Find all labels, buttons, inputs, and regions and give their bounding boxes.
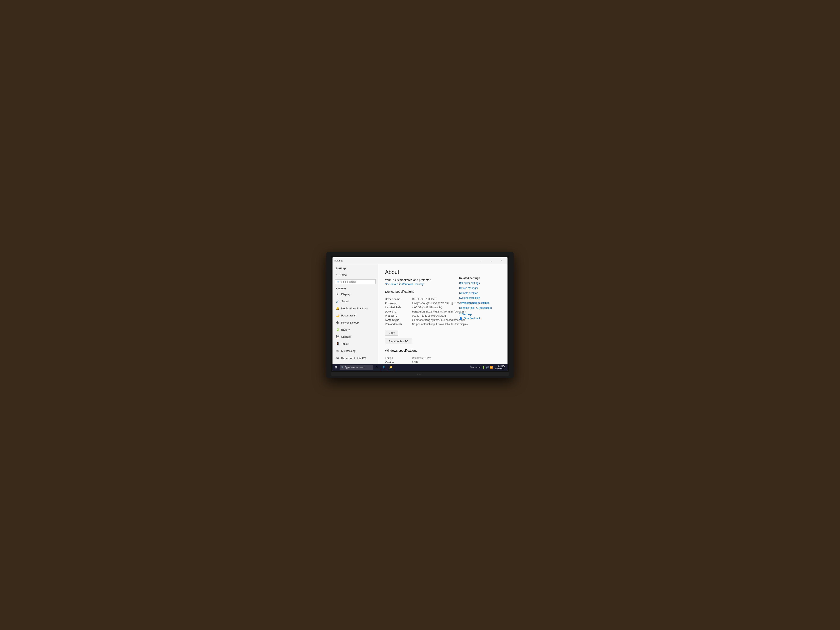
windows-icon: ⊞: [335, 366, 338, 369]
near-record-badge: Near record: [470, 366, 481, 368]
sidebar-item-battery[interactable]: 🔋 Battery: [333, 326, 378, 333]
related-settings-title: Related settings: [459, 276, 501, 279]
display-icon: 🖥: [336, 292, 339, 296]
sidebar-item-power[interactable]: ⏻ Power & sleep: [333, 319, 378, 326]
page-title: About: [385, 269, 501, 275]
search-icon: 🔍: [337, 281, 340, 283]
notifications-icon: 🔔: [336, 307, 339, 310]
sidebar-item-multitasking[interactable]: ⧉ Multitasking: [333, 347, 378, 355]
titlebar-controls: ─ □ ✕: [477, 258, 506, 264]
restore-button[interactable]: □: [487, 258, 496, 264]
related-settings-link[interactable]: BitLocker settings: [459, 281, 501, 285]
projecting-icon: 📽: [336, 357, 339, 360]
spec-label: Version: [385, 361, 412, 364]
main-content: About Your PC is monitored and protected…: [378, 264, 507, 364]
sidebar-item-shared[interactable]: ✖ Shared experiences: [333, 362, 378, 364]
taskbar-search-icon: 🔍: [341, 366, 344, 369]
spec-label: Pen and touch: [385, 323, 412, 325]
sidebar-item-notifications[interactable]: 🔔 Notifications & actions: [333, 305, 378, 312]
storage-icon: 💾: [336, 335, 339, 338]
taskbar-app-edge[interactable]: ◎: [381, 365, 387, 370]
sidebar-item-sound[interactable]: 🔊 Sound: [333, 298, 378, 305]
sidebar-section-label: System: [333, 286, 378, 291]
related-settings-panel: Related settings BitLocker settingsDevic…: [459, 276, 501, 321]
clock-date: 10/16/2023: [495, 367, 505, 370]
help-item-get-help[interactable]: ?Get help: [459, 313, 501, 316]
windows-specs-table: Edition Windows 10 Pro Version 22H2 Inst…: [385, 356, 501, 364]
sidebar-label-projecting: Projecting to this PC: [341, 357, 366, 360]
sidebar-item-tablet[interactable]: 📱 Tablet: [333, 340, 378, 347]
taskbar-app-explorer[interactable]: 📁: [387, 365, 394, 370]
sidebar-label-sound: Sound: [341, 300, 349, 303]
spec-label: Device ID: [385, 310, 412, 313]
spec-value: No pen or touch input is available for t…: [412, 323, 501, 325]
search-input[interactable]: [341, 280, 374, 283]
system-tray: Near record 🔋 🔊 📶 2:14 PM 10/16/2023: [470, 365, 507, 370]
edge-icon: ◎: [383, 366, 385, 369]
related-settings-link[interactable]: Rename this PC (advanced): [459, 306, 501, 310]
content-area: Settings ⌂ Home 🔍 System 🖥 Display 🔊 Sou…: [333, 264, 507, 364]
spec-row: Edition Windows 10 Pro: [385, 356, 501, 360]
titlebar: Settings ─ □ ✕: [333, 257, 507, 264]
power-icon: ⏻: [336, 321, 339, 324]
spec-label: Device name: [385, 298, 412, 301]
sidebar-app-title: Settings: [333, 265, 378, 272]
copy-button[interactable]: Copy: [385, 330, 398, 336]
battery-icon: 🔋: [336, 328, 339, 331]
start-button[interactable]: ⊞: [333, 365, 339, 370]
spec-label: Processor: [385, 302, 412, 305]
related-settings-link[interactable]: Advanced system settings: [459, 301, 501, 305]
sound-icon: 🔊: [336, 300, 339, 303]
sidebar-home-label: Home: [339, 273, 347, 276]
sidebar-item-focus[interactable]: 🌙 Focus assist: [333, 312, 378, 319]
volume-icon: 🔊: [486, 366, 489, 369]
spec-row: Version 22H2: [385, 360, 501, 364]
windows-section-heading: Windows specifications: [385, 349, 501, 353]
help-item-give-feedback[interactable]: 👤Give feedback: [459, 317, 501, 320]
home-icon: ⌂: [336, 273, 338, 276]
minimize-button[interactable]: ─: [477, 258, 487, 264]
sidebar-label-focus: Focus assist: [341, 314, 356, 317]
battery-icon: 🔋: [482, 366, 485, 369]
tablet-icon: 📱: [336, 342, 339, 346]
sidebar-label-multitasking: Multitasking: [341, 349, 355, 352]
taskbar: ⊞ 🔍 Type here to search ⚙ ◎ 📁: [333, 364, 507, 371]
sidebar-label-shared: Shared experiences: [341, 364, 365, 364]
sidebar-item-home[interactable]: ⌂ Home: [333, 272, 378, 278]
related-settings-link[interactable]: Remote desktop: [459, 291, 501, 295]
spec-label: System type: [385, 319, 412, 322]
sidebar-label-power: Power & sleep: [341, 321, 359, 324]
close-button[interactable]: ✕: [496, 258, 506, 264]
spec-value: 22H2: [412, 361, 501, 364]
spec-label: Edition: [385, 357, 412, 360]
window-title: Settings: [334, 259, 343, 262]
sidebar-label-notifications: Notifications & actions: [341, 307, 368, 310]
sidebar-item-projecting[interactable]: 📽 Projecting to this PC: [333, 355, 378, 362]
sidebar: Settings ⌂ Home 🔍 System 🖥 Display 🔊 Sou…: [333, 264, 378, 364]
sidebar-label-battery: Battery: [341, 328, 350, 331]
sidebar-label-display: Display: [341, 293, 350, 296]
sidebar-item-display[interactable]: 🖥 Display: [333, 291, 378, 298]
shared-icon: ✖: [336, 363, 339, 364]
related-settings-link[interactable]: System protection: [459, 296, 501, 300]
clock-time: 2:14 PM: [495, 365, 505, 367]
rename-pc-button[interactable]: Rename this PC: [385, 338, 412, 344]
taskbar-search[interactable]: 🔍 Type here to search: [339, 365, 373, 370]
sidebar-label-storage: Storage: [341, 335, 351, 338]
spec-label: Installed RAM: [385, 306, 412, 309]
spec-label: Product ID: [385, 314, 412, 317]
sidebar-item-storage[interactable]: 💾 Storage: [333, 333, 378, 340]
related-settings-link[interactable]: Device Manager: [459, 286, 501, 290]
network-icon: 📶: [490, 366, 493, 369]
spec-value: Windows 10 Pro: [412, 357, 501, 360]
system-clock[interactable]: 2:14 PM 10/16/2023: [494, 365, 507, 370]
search-box[interactable]: 🔍: [335, 279, 376, 284]
multitasking-icon: ⧉: [336, 349, 339, 353]
explorer-icon: 📁: [389, 366, 393, 369]
spec-row: Pen and touch No pen or touch input is a…: [385, 322, 501, 326]
sidebar-label-tablet: Tablet: [341, 342, 349, 346]
taskbar-search-text: Type here to search: [345, 366, 365, 368]
taskbar-app-settings[interactable]: ⚙: [373, 365, 380, 370]
settings-taskbar-icon: ⚙: [376, 366, 378, 369]
focus-icon: 🌙: [336, 314, 339, 317]
